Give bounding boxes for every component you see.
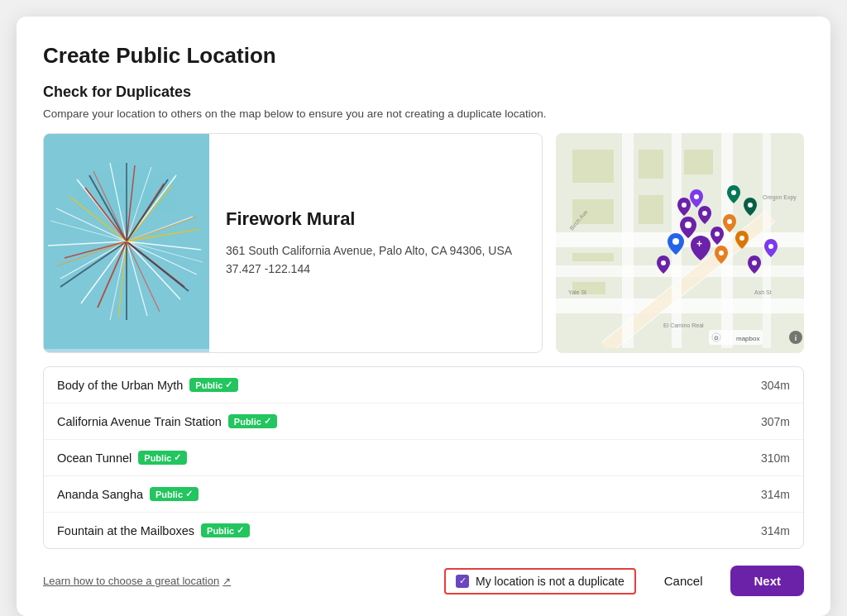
svg-text:mapbox: mapbox (736, 335, 759, 342)
public-badge-label: Public (156, 489, 183, 499)
external-link-icon: ↗ (223, 575, 231, 587)
svg-point-65 (672, 238, 679, 245)
distance-label: 314m (761, 524, 790, 537)
location-address: 361 South California Avenue, Palo Alto, … (226, 241, 512, 279)
duplicate-row: Ocean Tunnel Public ✓ 310m (44, 440, 803, 476)
duplicate-name: Fountain at the Mailboxes (57, 524, 194, 537)
public-badge: Public ✓ (228, 414, 277, 428)
location-image (44, 134, 209, 352)
map-container[interactable]: + ⊙ mapbox i Birch Ave Yale St El Camino… (556, 133, 804, 353)
svg-rect-47 (572, 150, 614, 183)
svg-point-59 (715, 232, 720, 236)
duplicate-row: Body of the Urban Myth Public ✓ 304m (44, 367, 803, 404)
footer: Learn how to choose a great location ↗ ✓… (43, 566, 804, 596)
not-duplicate-checkbox-label[interactable]: ✓ My location is not a duplicate (444, 568, 636, 595)
duplicates-list: Body of the Urban Myth Public ✓ 304m Cal… (43, 366, 804, 549)
svg-point-67 (752, 260, 757, 265)
svg-point-57 (682, 203, 687, 208)
badge-check-icon: ✓ (264, 416, 271, 427)
distance-label: 307m (761, 415, 790, 428)
duplicate-row-left: Fountain at the Mailboxes Public ✓ (57, 523, 250, 537)
svg-point-58 (694, 194, 699, 199)
svg-point-61 (739, 236, 744, 241)
duplicate-row-left: Body of the Urban Myth Public ✓ (57, 378, 238, 392)
learn-link[interactable]: Learn how to choose a great location ↗ (43, 575, 231, 587)
public-badge: Public ✓ (189, 378, 238, 392)
svg-point-55 (685, 222, 691, 228)
duplicate-name: Ananda Sangha (57, 488, 143, 501)
location-card: Firework Mural 361 South California Aven… (43, 133, 543, 353)
badge-check-icon: ✓ (174, 452, 181, 463)
svg-point-60 (727, 219, 732, 224)
duplicate-row-left: Ananda Sangha Public ✓ (57, 487, 199, 501)
svg-point-68 (768, 244, 773, 249)
location-name: Firework Mural (226, 208, 512, 230)
firework-mural-svg (44, 134, 209, 349)
duplicate-name: California Avenue Train Station (57, 415, 222, 428)
public-badge-label: Public (207, 526, 234, 536)
public-badge: Public ✓ (138, 451, 187, 465)
public-badge-label: Public (195, 380, 223, 390)
svg-point-64 (748, 203, 753, 208)
svg-rect-52 (572, 253, 614, 261)
svg-point-56 (702, 211, 707, 216)
location-info: Firework Mural 361 South California Aven… (209, 134, 529, 352)
top-area: Firework Mural 361 South California Aven… (43, 133, 804, 353)
svg-text:i: i (795, 334, 797, 342)
svg-point-69 (661, 260, 666, 265)
public-badge-label: Public (234, 417, 261, 427)
duplicate-name: Ocean Tunnel (57, 451, 132, 465)
section-description: Compare your location to others on the m… (43, 107, 804, 120)
duplicate-row-left: Ocean Tunnel Public ✓ (57, 451, 187, 465)
distance-label: 304m (761, 379, 790, 392)
svg-rect-51 (639, 195, 663, 224)
svg-text:El Camino Real: El Camino Real (663, 322, 704, 328)
badge-check-icon: ✓ (225, 380, 232, 390)
badge-check-icon: ✓ (237, 525, 244, 536)
duplicate-row: Ananda Sangha Public ✓ 314m (44, 476, 803, 513)
public-badge: Public ✓ (201, 523, 250, 537)
distance-label: 314m (761, 488, 790, 501)
svg-text:⊙: ⊙ (714, 335, 719, 341)
duplicate-row-left: California Avenue Train Station Public ✓ (57, 414, 277, 428)
svg-text:Yale St: Yale St (568, 289, 586, 295)
svg-rect-45 (721, 133, 733, 348)
svg-text:+: + (696, 238, 702, 250)
modal-title: Create Public Location (43, 43, 804, 69)
duplicate-row: Fountain at the Mailboxes Public ✓ 314m (44, 513, 803, 548)
create-location-modal: Create Public Location Check for Duplica… (17, 17, 830, 616)
section-title: Check for Duplicates (43, 84, 804, 101)
distance-label: 310m (761, 451, 790, 465)
svg-point-63 (731, 190, 736, 195)
duplicate-row: California Avenue Train Station Public ✓… (44, 404, 803, 440)
badge-check-icon: ✓ (185, 489, 193, 499)
checkbox-checked-icon: ✓ (456, 575, 469, 588)
svg-rect-49 (684, 150, 713, 174)
svg-rect-48 (639, 150, 663, 179)
next-button[interactable]: Next (730, 566, 804, 596)
svg-point-62 (719, 251, 724, 255)
public-badge-label: Public (144, 453, 171, 463)
svg-rect-43 (622, 133, 634, 348)
footer-right: ✓ My location is not a duplicate Cancel … (444, 566, 804, 596)
map-svg: + ⊙ mapbox i Birch Ave Yale St El Camino… (556, 133, 804, 348)
svg-text:Ash St: Ash St (754, 289, 772, 295)
cancel-button[interactable]: Cancel (649, 566, 718, 596)
svg-text:Oregon Expy: Oregon Expy (763, 194, 797, 201)
public-badge: Public ✓ (150, 487, 199, 501)
duplicate-name: Body of the Urban Myth (57, 379, 183, 392)
duplicates-wrapper: Body of the Urban Myth Public ✓ 304m Cal… (43, 366, 804, 549)
